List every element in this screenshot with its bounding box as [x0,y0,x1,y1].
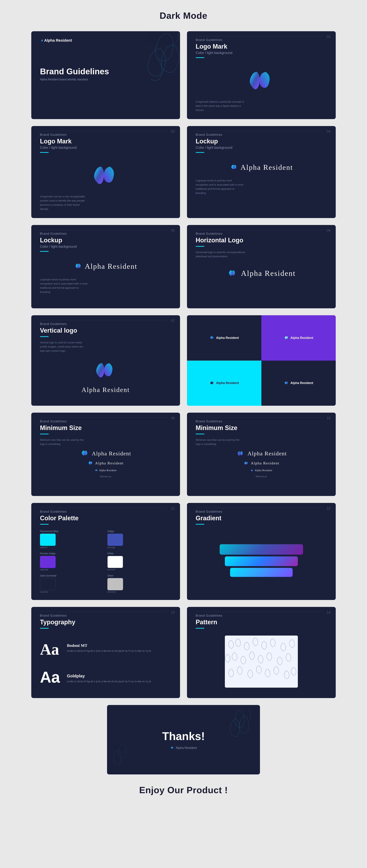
card-pattern: 14 Brand Guidelines Pattern [187,607,336,698]
color-hex-w: #FFFFFF [107,569,171,571]
quad-logo-icon-3 [209,381,215,385]
card-title-14: Pattern [196,619,327,626]
v-logo-text: Alpha Resident [82,386,130,394]
min-size-display-2: Alpha Resident [196,446,327,481]
thanks-brand: Alpha Resident [176,746,197,750]
card-subtitle-5: Color / light background [40,245,171,249]
brand-label-10: Brand Guidelines [196,420,327,423]
card-number-10: 10 [327,416,331,420]
card-vertical-logo: 07 Brand Guidelines Vertical logo Vertic… [31,315,180,406]
cover-logo-icon [40,39,44,42]
card-title-11: Color Palette [40,515,171,522]
color-hex-sv: #C0C0C0 [107,591,171,593]
color-group-6: Silver #C0C0C0 [107,574,171,593]
color-swatch-gi [107,534,123,546]
type-letters: Aa Aa [40,636,60,691]
lockup-text-1: Alpha Resident [241,163,293,172]
type-letter-aa-2: Aa [40,670,60,685]
vertical-logo-display: Alpha Resident [40,353,171,399]
color-label-dg: Dark Gunmetal [40,574,104,577]
card-number-3: 03 [171,129,175,133]
min-size-large-text-2: Alpha Resident [248,450,287,457]
quad-logo-icon-1 [209,336,215,340]
underline-2 [196,57,204,58]
quad-logo-2: Alpha Resident [284,336,313,340]
type-font-1: Bodoni MT Aa Bb Cc Dd Ee Ff Gg Hh Ii Jj … [67,643,151,653]
pattern-display [196,632,327,691]
pattern-svg [225,636,298,688]
card-color-palette: 11 Brand Guidelines Color Palette Fluore… [31,503,180,600]
card-typography: 13 Brand Guidelines Typography Aa Aa Bod… [31,607,180,698]
min-med-icon-2 [243,461,249,466]
min-size-large-text-1: Alpha Resident [92,450,131,457]
row-6: 11 Brand Guidelines Color Palette Fluore… [0,503,367,600]
min-size-large-2: Alpha Resident [236,450,287,457]
color-label-w: White [107,552,171,555]
lockup-icon-1 [230,164,238,171]
brand-label-9: Brand Guidelines [40,420,171,423]
card-title-7: Vertical logo [40,327,171,334]
min-size-small-text-2: Alpha Resident [255,469,272,472]
thanks-content: Thanks! [162,730,205,750]
row-2: 03 Brand Guidelines Logo Mark Color / li… [0,126,367,218]
page-num-line-4 [196,131,323,131]
brand-label-5: Brand Guidelines [40,232,171,236]
card-number-14: 14 [327,610,331,614]
page-num-line-7 [40,320,168,320]
logo-mark-display-2 [40,156,171,194]
color-label-fb: Fluorescent Blue [40,530,104,533]
v-logo-icon [90,358,121,382]
lockup-display-2: Alpha Resident [40,255,171,277]
h-logo-icon [227,269,237,278]
type-name-1: Bodoni MT [67,643,151,648]
card-title-12: Gradient [196,515,327,522]
min-sm-icon-2 [250,469,254,472]
card-number-2: 02 [327,35,331,39]
row-3: 05 Brand Guidelines Lockup Color / light… [0,225,367,308]
color-group-5: Dark Gunmetal #1A1F3A [40,574,104,593]
card-number-12: 12 [327,506,331,510]
quad-purple-tr: Alpha Resident [261,315,336,361]
card-min-size-2: 10 Brand Guidelines Minimum Size Minimum… [187,413,336,496]
row-1: Alpha Resident Brand Guidelines Alpha Re… [0,31,367,119]
quad-logo-text-3: Alpha Resident [216,381,239,385]
thanks-leaf-deco-2 [111,741,137,773]
page-num-line-9 [40,417,168,418]
type-letter-aa-1: Aa [40,642,60,657]
min-lg-icon-1 [80,450,90,457]
type-name-2: Goldplay [67,674,151,678]
quad-logo-icon-4 [284,381,289,385]
card-desc-5: Logotype tends to portray more recogniti… [40,277,89,294]
quad-dark-tl: Alpha Resident [187,315,261,361]
card-number-6: 06 [327,228,331,232]
color-group-2: Indigo #3F51B5 [107,530,171,549]
underline-4 [196,152,204,153]
logo-mark-svg-1 [242,67,280,94]
min-size-small-2: Alpha Resident [250,469,272,472]
quad-logo-3: Alpha Resident [209,381,239,385]
card-title-6: Horizontal Logo [196,237,327,244]
color-hex-fb: #00E5FF [40,547,104,549]
card-subtitle-3: Color / light background [40,146,171,150]
bottom-title: Enjoy Our Product ! [0,785,367,795]
underline-10 [196,434,204,434]
page-num-line-6 [196,230,323,230]
cover-logo-area: Alpha Resident [40,38,171,43]
brand-label-3: Brand Guidelines [40,133,171,136]
card-gradient: 12 Brand Guidelines Gradient [187,503,336,600]
card-cover: Alpha Resident Brand Guidelines Alpha Re… [31,31,180,119]
cover-title: Brand Guidelines [40,67,171,76]
quadrant-grid: Alpha Resident [187,315,336,406]
underline-12 [196,524,204,525]
color-group-1: Fluorescent Blue #00E5FF [40,530,104,549]
underline-3 [40,152,49,153]
color-label-pi: Persian Indigo [40,552,104,555]
underline-9 [40,434,49,434]
type-sample-1: Aa Bb Cc Dd Ee Ff Gg Hh Ii Jj Kk Ll Mm N… [67,649,151,653]
card-title-3: Logo Mark [40,138,171,145]
min-size-medium-2: Alpha Resident [243,461,279,466]
color-grid: Fluorescent Blue #00E5FF Indigo #3F51B5 … [40,530,171,593]
brand-label-4: Brand Guidelines [196,133,327,136]
lockup-text-2: Alpha Resident [85,262,137,271]
svg-rect-0 [225,636,298,688]
